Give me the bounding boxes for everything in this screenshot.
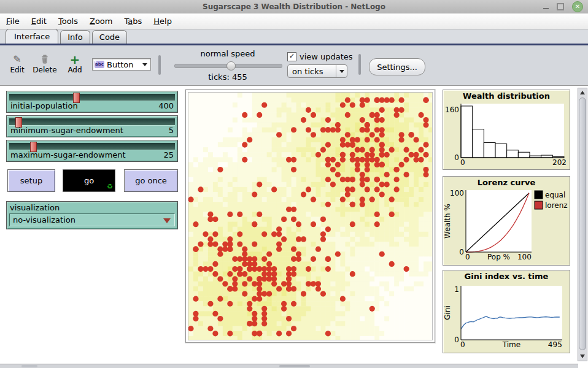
svg-text:495: 495 [548,340,562,349]
menu-item-help[interactable]: Help [153,17,172,26]
visualization-chooser[interactable]: visualization no-visualization [6,201,178,229]
menu-item-tools[interactable]: Tools [58,17,78,26]
close-icon[interactable]: ✕ [572,1,583,12]
tab-info[interactable]: Info [60,30,90,44]
plot-title: Gini index vs. time [444,272,568,282]
slider-groove [9,94,175,101]
edit-tool-label: Edit [5,66,29,74]
horizontal-scrollbar[interactable] [0,364,578,368]
view-updates-label: view updates [300,52,353,61]
update-mode-dropdown[interactable]: on ticks [287,64,347,78]
toolbar-separator [358,54,361,75]
go-once-button[interactable]: go once [124,169,178,192]
chevron-down-icon [339,70,344,73]
delete-tool-label: Delete [31,66,59,74]
window-controls: ✕ [543,0,583,13]
tab-interface[interactable]: Interface [6,29,58,44]
plot-gini-index-vs-time: Gini index vs. time01Gini0495Time [443,270,570,353]
setup-button-label: setup [20,176,42,185]
toolbar-separator [158,55,161,75]
slider-value: 5 [169,126,174,135]
slider-caption-row: initial-population400 [10,101,174,110]
world-view[interactable] [185,90,435,343]
add-tool-button[interactable]: + Add [64,53,86,74]
delete-tool-button[interactable]: Delete [31,53,59,74]
menu-item-file[interactable]: File [6,17,20,26]
scroll-down-icon[interactable] [578,352,587,361]
slider-initial-population[interactable]: initial-population400 [6,91,178,113]
menu-bar: FileEditToolsZoomTabsHelp [0,13,588,29]
plot-canvas: 01600202 [444,101,568,168]
chevron-down-icon [142,63,147,66]
window-title: Sugarscape 3 Wealth Distribution - NetLo… [203,2,385,11]
scroll-up-icon[interactable] [578,88,587,97]
netlogo-window: Sugarscape 3 Wealth Distribution - NetLo… [0,0,588,368]
ticks-counter: ticks: 455 [172,72,284,82]
plot-title: Lorenz curve [444,178,568,188]
plot-lorenz-curve: Lorenz curve0100Wealth %0100Pop %equallo… [443,176,570,266]
edit-tool-button[interactable]: ✎ Edit [5,53,29,74]
widget-type-dropdown[interactable]: abc Button [92,58,151,71]
svg-text:Pop %: Pop % [487,253,510,261]
svg-text:Time: Time [502,340,520,349]
dropdown-arrow-button[interactable] [336,65,347,77]
tab-bar: InterfaceInfoCode [0,29,588,45]
maximize-icon[interactable] [557,3,564,10]
menu-item-tabs[interactable]: Tabs [124,17,142,26]
svg-text:100: 100 [517,253,532,261]
slider-maximum-sugar-endowment[interactable]: maximum-sugar-endowment25 [6,140,178,162]
svg-text:Wealth %: Wealth % [444,204,452,239]
svg-text:202: 202 [552,158,567,167]
go-once-button-label: go once [135,176,167,185]
plot-title: Wealth distribution [444,91,568,101]
vertical-scrollbar[interactable] [578,88,587,361]
minimize-icon[interactable] [543,8,549,9]
slider-minimum-sugar-endowment[interactable]: minimum-sugar-endowment5 [6,115,178,137]
chooser-select[interactable]: no-visualization [9,213,175,226]
chooser-label: visualization [10,203,60,212]
add-tool-label: Add [64,66,86,74]
widget-type-value: Button [107,60,134,69]
settings-button-label: Settings... [377,63,417,72]
plot-canvas: 0100Wealth %0100Pop %equallorenz [444,188,568,264]
toolbar: ✎ Edit Delete + Add abc Button [0,45,588,86]
speed-slider-thumb[interactable] [226,61,236,71]
trash-icon [31,53,59,64]
svg-text:0: 0 [454,153,459,162]
menu-item-edit[interactable]: Edit [31,17,47,26]
slider-caption-row: maximum-sugar-endowment25 [10,150,174,159]
svg-text:0: 0 [460,158,465,167]
chooser-value: no-visualization [13,215,75,224]
go-button[interactable]: go ♻ [63,169,115,192]
svg-text:0: 0 [465,253,470,261]
forever-icon: ♻ [107,183,113,191]
view-updates-checkbox[interactable]: ✓ [287,52,296,61]
svg-text:1: 1 [454,285,459,294]
speed-slider[interactable] [174,64,282,68]
svg-text:0: 0 [454,335,459,344]
slider-label: initial-population [10,101,78,110]
plot-canvas: 01Gini0495Time [444,282,568,351]
slider-caption-row: minimum-sugar-endowment5 [10,126,174,135]
horizontal-scrollbar-thumb[interactable] [279,365,310,367]
abc-icon: abc [95,61,104,68]
svg-text:160: 160 [445,105,459,114]
settings-button[interactable]: Settings... [369,58,425,75]
horizontal-scrollbar-mark [21,365,37,367]
update-mode-value: on ticks [292,67,323,76]
tab-code[interactable]: Code [92,30,127,44]
slider-value: 400 [158,101,174,110]
menu-item-zoom[interactable]: Zoom [90,17,112,26]
svg-text:equal: equal [545,191,565,199]
chooser-arrow-icon [163,218,171,223]
vertical-scrollbar-thumb[interactable] [579,98,586,350]
svg-text:lorenz: lorenz [545,201,568,210]
slider-label: minimum-sugar-endowment [10,126,123,135]
plus-icon: + [64,53,86,64]
setup-button[interactable]: setup [7,169,55,192]
plot-wealth-distribution: Wealth distribution01600202 [443,90,570,170]
svg-text:0: 0 [460,340,465,349]
svg-text:Gini: Gini [444,305,452,320]
speed-label: normal speed [172,49,284,58]
title-bar[interactable]: Sugarscape 3 Wealth Distribution - NetLo… [0,0,588,14]
